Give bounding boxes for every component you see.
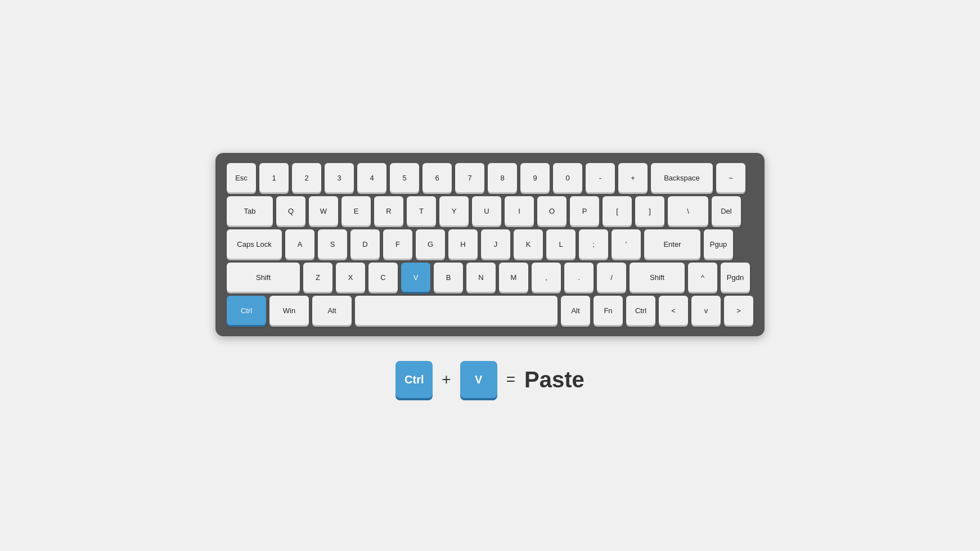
key-a[interactable]: A [285, 229, 314, 259]
key-esc[interactable]: Esc [227, 163, 256, 192]
key-slash[interactable]: / [597, 263, 626, 292]
key-del[interactable]: Del [712, 196, 741, 225]
shortcut-display: Ctrl + V = Paste [395, 361, 584, 398]
key-pgdn[interactable]: Pgdn [721, 263, 750, 292]
key-c[interactable]: C [368, 263, 398, 292]
key-enter[interactable]: Enter [644, 229, 700, 259]
key-period[interactable]: . [564, 263, 594, 292]
key-capslock[interactable]: Caps Lock [227, 229, 282, 259]
key-h[interactable]: H [448, 229, 478, 259]
shortcut-plus: + [442, 371, 451, 389]
key-minus[interactable]: - [586, 163, 615, 192]
key-space[interactable] [355, 296, 558, 325]
key-quote[interactable]: ' [612, 229, 641, 259]
shortcut-action-label: Paste [524, 367, 585, 392]
key-p[interactable]: P [570, 196, 599, 225]
keyboard-row4: ShiftZXCVBNM,./Shift^Pgdn [227, 263, 753, 292]
key-semicolon[interactable]: ; [579, 229, 608, 259]
key-r[interactable]: R [374, 196, 403, 225]
key-x[interactable]: X [336, 263, 365, 292]
key-k[interactable]: K [514, 229, 543, 259]
key-alt-right[interactable]: Alt [561, 296, 590, 325]
key-arrow-left[interactable]: < [659, 296, 688, 325]
key-tab[interactable]: Tab [227, 196, 273, 225]
key-s[interactable]: S [318, 229, 347, 259]
shortcut-equals: = [506, 371, 515, 389]
key-plus[interactable]: + [618, 163, 648, 192]
keyboard-row2: TabQWERTYUIOP[]\Del [227, 196, 753, 225]
key-backspace[interactable]: Backspace [651, 163, 713, 192]
key-2[interactable]: 2 [292, 163, 321, 192]
key-d[interactable]: D [350, 229, 380, 259]
key-o[interactable]: O [537, 196, 567, 225]
key-g[interactable]: G [416, 229, 445, 259]
key-v[interactable]: V [401, 263, 430, 292]
key-8[interactable]: 8 [488, 163, 517, 192]
key-shift-left[interactable]: Shift [227, 263, 300, 292]
key-b[interactable]: B [434, 263, 463, 292]
key-t[interactable]: T [407, 196, 436, 225]
key-7[interactable]: 7 [455, 163, 484, 192]
key-y[interactable]: Y [439, 196, 469, 225]
key-arrow-down[interactable]: v [691, 296, 721, 325]
key-shift-right[interactable]: Shift [630, 263, 685, 292]
key-pgup[interactable]: Pgup [704, 229, 733, 259]
key-j[interactable]: J [481, 229, 510, 259]
key-3[interactable]: 3 [325, 163, 354, 192]
key-z[interactable]: Z [303, 263, 332, 292]
key-5[interactable]: 5 [390, 163, 419, 192]
key-caret[interactable]: ^ [688, 263, 717, 292]
shortcut-ctrl-key: Ctrl [395, 361, 433, 398]
key-m[interactable]: M [499, 263, 528, 292]
key-l[interactable]: L [546, 229, 576, 259]
key-f[interactable]: F [383, 229, 412, 259]
key-n[interactable]: N [466, 263, 496, 292]
keyboard-container: Esc1234567890-+Backspace~TabQWERTYUIOP[]… [215, 153, 765, 336]
key-4[interactable]: 4 [357, 163, 386, 192]
key-tilde[interactable]: ~ [716, 163, 745, 192]
keyboard-row3: Caps LockASDFGHJKL;'EnterPgup [227, 229, 753, 259]
keyboard-row5: CtrlWinAltAltFnCtrl<v> [227, 296, 753, 325]
keyboard-row1: Esc1234567890-+Backspace~ [227, 163, 753, 192]
keyboard-wrapper: Esc1234567890-+Backspace~TabQWERTYUIOP[]… [215, 153, 765, 398]
key-ctrl-left[interactable]: Ctrl [227, 296, 266, 325]
key-backslash[interactable]: \ [668, 196, 708, 225]
shortcut-v-key: V [460, 361, 497, 398]
key-1[interactable]: 1 [259, 163, 289, 192]
key-arrow-right[interactable]: > [724, 296, 753, 325]
key-fn[interactable]: Fn [594, 296, 623, 325]
key-9[interactable]: 9 [520, 163, 550, 192]
key-ctrl-right[interactable]: Ctrl [626, 296, 655, 325]
key-e[interactable]: E [341, 196, 371, 225]
key-comma[interactable]: , [532, 263, 561, 292]
key-0[interactable]: 0 [553, 163, 582, 192]
key-rbracket[interactable]: ] [635, 196, 664, 225]
key-w[interactable]: W [309, 196, 338, 225]
key-i[interactable]: I [505, 196, 534, 225]
key-lbracket[interactable]: [ [603, 196, 632, 225]
key-u[interactable]: U [472, 196, 501, 225]
key-win[interactable]: Win [269, 296, 309, 325]
key-alt-left[interactable]: Alt [312, 296, 352, 325]
key-q[interactable]: Q [276, 196, 305, 225]
key-6[interactable]: 6 [422, 163, 452, 192]
